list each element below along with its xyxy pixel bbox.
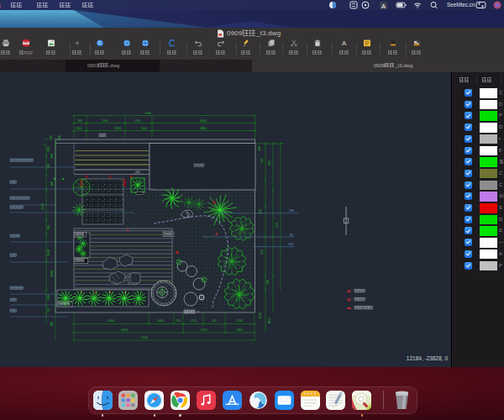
svg-text:5000: 5000 <box>108 319 114 323</box>
svg-text:SeeMtec.cn: SeeMtec.cn <box>447 2 475 8</box>
svg-text:836: 836 <box>268 160 271 165</box>
svg-text:4000: 4000 <box>121 328 128 332</box>
svg-text:500: 500 <box>50 181 54 186</box>
svg-text:200: 200 <box>47 295 50 300</box>
svg-text:900: 900 <box>50 154 54 159</box>
svg-text:1400: 1400 <box>50 270 54 277</box>
svg-text:1863: 1863 <box>236 328 243 332</box>
svg-text:500: 500 <box>141 127 146 130</box>
svg-text:500: 500 <box>77 119 82 123</box>
svg-text:650: 650 <box>135 119 140 123</box>
svg-text:2: 2 <box>203 278 205 281</box>
svg-text:1230: 1230 <box>259 312 262 319</box>
svg-text:1500: 1500 <box>102 119 108 123</box>
svg-text:1210: 1210 <box>190 319 197 323</box>
svg-text:200: 200 <box>47 147 50 152</box>
svg-text:7046: 7046 <box>144 112 151 115</box>
svg-text:1400: 1400 <box>157 319 164 323</box>
svg-text:2458: 2458 <box>114 127 121 130</box>
svg-text:A: A <box>381 3 386 10</box>
svg-text:700: 700 <box>47 225 50 230</box>
svg-text:200: 200 <box>258 146 261 151</box>
svg-text:542: 542 <box>212 319 217 323</box>
svg-text:4800: 4800 <box>200 127 207 130</box>
svg-text:2690: 2690 <box>41 203 45 210</box>
svg-text:50: 50 <box>47 308 50 312</box>
svg-text:1052: 1052 <box>201 328 207 332</box>
svg-text:250: 250 <box>176 319 181 323</box>
svg-text:1460: 1460 <box>47 249 50 256</box>
svg-text:600: 600 <box>135 171 140 174</box>
svg-text:900: 900 <box>76 127 81 130</box>
svg-text:500: 500 <box>266 280 270 285</box>
svg-text:434: 434 <box>288 243 293 246</box>
svg-text:236: 236 <box>289 209 294 213</box>
svg-text:936: 936 <box>260 158 264 163</box>
svg-text:?: ? <box>197 311 199 314</box>
svg-text:2: 2 <box>178 260 180 264</box>
svg-text:473: 473 <box>260 249 264 255</box>
svg-text:A: A <box>342 39 347 46</box>
svg-text:7050: 7050 <box>141 336 148 339</box>
svg-text:84: 84 <box>290 234 293 237</box>
svg-text:4300: 4300 <box>200 119 207 123</box>
svg-text:PDF: PDF <box>24 41 29 45</box>
svg-text:928: 928 <box>276 223 279 228</box>
svg-text:1280: 1280 <box>236 319 243 323</box>
svg-text:200: 200 <box>58 135 61 140</box>
svg-text:1052: 1052 <box>268 318 271 324</box>
svg-text:300: 300 <box>50 135 53 140</box>
svg-text:300: 300 <box>50 322 54 327</box>
svg-text:930: 930 <box>47 164 50 169</box>
